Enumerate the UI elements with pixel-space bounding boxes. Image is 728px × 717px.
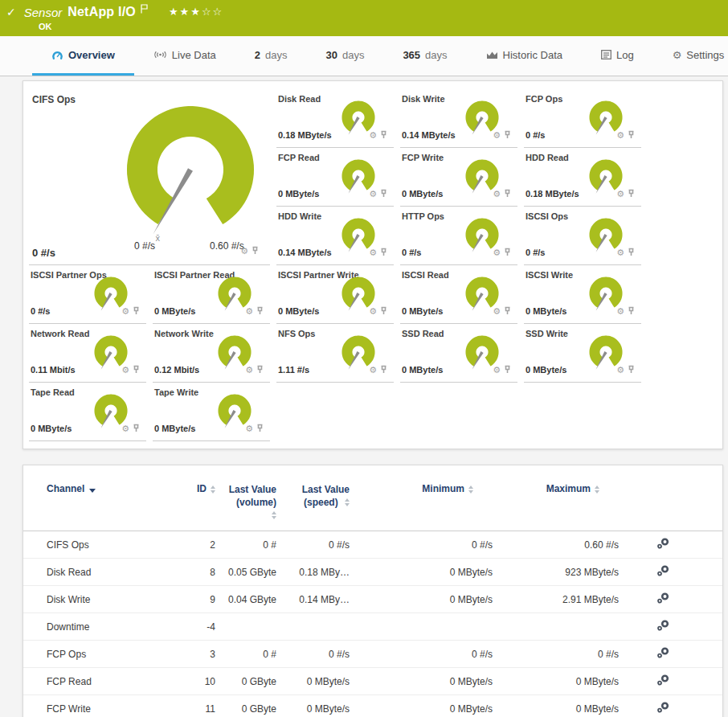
sensor-header: ✓ Sensor NetApp I/O ★★★☆☆ OK (0, 0, 728, 36)
cell-channel[interactable]: FCP Read (47, 676, 171, 687)
sort-desc-icon (89, 489, 96, 493)
gauge-cell-iscsi-partner-read: ISCSI Partner Read0 MByte/s⚙ (153, 265, 270, 324)
primary-gauge-cell: CIFS Ops x̄ 0 #/s 0.60 #/s 0 #/s ⚙ (29, 89, 270, 265)
gauge-settings-gear-icon[interactable]: ⚙ (493, 131, 501, 140)
gauge-pin-icon[interactable] (628, 304, 635, 318)
gauge-pin-icon[interactable] (504, 186, 511, 201)
gauge-pin-icon[interactable] (380, 363, 387, 377)
gauge-cell-http-ops: HTTP Ops0 #/s⚙ (400, 207, 517, 265)
tab-log[interactable]: Log (582, 36, 653, 76)
gauge-settings-gear-icon[interactable]: ⚙ (121, 366, 129, 375)
gauge-settings-gear-icon[interactable]: ⚙ (369, 307, 377, 316)
gauge-pin-icon[interactable] (504, 128, 511, 142)
edit-channel-button[interactable] (656, 619, 670, 634)
gauge-settings-gear-icon[interactable]: ⚙ (493, 248, 501, 257)
tab-2-days[interactable]: 2days (235, 36, 307, 76)
cell-maximum: 2.91 MByte/s (493, 594, 619, 605)
gauge-pin-icon[interactable] (256, 304, 264, 318)
sort-icon (468, 486, 473, 494)
column-header-minimum[interactable]: Minimum (422, 483, 493, 494)
channel-table-header: Channel ID Last Value(volume) Last Value… (23, 465, 722, 531)
gauge-pin-icon[interactable] (133, 304, 140, 318)
gauge-settings-gear-icon[interactable]: ⚙ (369, 248, 377, 257)
gauge-cell-tape-read: Tape Read0 MByte/s⚙ (29, 383, 146, 441)
column-header-last-value-speed[interactable]: Last Value(speed) (302, 483, 350, 509)
gauge-pin-icon[interactable] (504, 245, 511, 260)
gauge-settings-gear-icon[interactable]: ⚙ (121, 307, 129, 316)
column-header-maximum[interactable]: Maximum (546, 483, 619, 494)
edit-channel-button[interactable] (656, 592, 670, 607)
gauge-settings-gear-icon[interactable]: ⚙ (493, 366, 501, 375)
gauge-pin-icon[interactable] (133, 421, 140, 436)
primary-gauge: x̄ (114, 102, 267, 247)
table-row-fcp-ops: FCP Ops30 #0 #/s0 #/s0 #/s (23, 641, 722, 668)
cell-last-value-volume: 0 # (215, 649, 276, 660)
gauge-pin-icon[interactable] (504, 304, 511, 318)
gauge-settings-gear-icon[interactable]: ⚙ (616, 190, 624, 199)
cell-channel[interactable]: Downtime (47, 621, 171, 633)
gauge-cell-disk-read: Disk Read0.18 MByte/s⚙ (276, 89, 394, 148)
gauge-settings-gear-icon[interactable]: ⚙ (493, 190, 501, 199)
gauge-settings-gear-icon[interactable]: ⚙ (245, 307, 253, 316)
gauge-pin-icon[interactable] (256, 421, 264, 436)
gauge-pin-icon[interactable] (380, 304, 387, 318)
gauge-pin-icon[interactable] (628, 186, 635, 201)
gauge-pin-icon[interactable] (252, 244, 259, 258)
column-header-last-value-volume[interactable]: Last Value(volume) (229, 483, 276, 519)
gauge-pin-icon[interactable] (133, 363, 140, 377)
gauges-panel: CIFS Ops x̄ 0 #/s 0.60 #/s 0 #/s ⚙ Disk … (22, 80, 723, 449)
cell-channel[interactable]: Disk Read (47, 567, 171, 578)
edit-channel-button[interactable] (656, 701, 670, 716)
gauge-pin-icon[interactable] (504, 363, 511, 377)
edit-channel-button[interactable] (656, 674, 670, 689)
gauge-settings-gear-icon[interactable]: ⚙ (245, 366, 253, 375)
gauge-pin-icon[interactable] (380, 128, 387, 142)
tab-overview[interactable]: Overview (32, 36, 134, 76)
edit-channel-button[interactable] (656, 564, 670, 580)
gauge-pin-icon[interactable] (380, 186, 387, 201)
cell-channel[interactable]: CIFS Ops (47, 539, 171, 551)
gauge-settings-gear-icon[interactable]: ⚙ (369, 190, 377, 199)
cell-id: 8 (171, 567, 215, 578)
gauge-pin-icon[interactable] (256, 363, 264, 377)
gauge-value: 0 MByte/s (402, 189, 443, 199)
edit-channel-button[interactable] (656, 537, 670, 552)
gauge-settings-gear-icon[interactable]: ⚙ (245, 424, 253, 433)
gauge-label: HTTP Ops (402, 211, 444, 221)
column-header-channel[interactable]: Channel (47, 483, 96, 494)
gauge-label: SSD Read (402, 329, 444, 338)
gauge-settings-gear-icon[interactable]: ⚙ (240, 247, 248, 256)
cell-last-value-speed: 0.18 MBy… (276, 567, 350, 578)
gauge-pin-icon[interactable] (380, 245, 387, 260)
gauge-settings-gear-icon[interactable]: ⚙ (369, 131, 377, 140)
gauge-settings-gear-icon[interactable]: ⚙ (121, 424, 129, 433)
gauge-settings-gear-icon[interactable]: ⚙ (616, 366, 624, 375)
tab-settings[interactable]: ⚙Settings (653, 36, 728, 76)
cell-last-value-speed: 0 #/s (276, 649, 350, 660)
tab-live-data[interactable]: Live Data (134, 36, 235, 76)
gauge-value: 0.12 Mbit/s (154, 365, 199, 375)
table-row-cifs-ops: CIFS Ops20 #0 #/s0 #/s0.60 #/s (23, 531, 722, 559)
gauge-settings-gear-icon[interactable]: ⚙ (493, 307, 501, 316)
column-header-id[interactable]: ID (197, 483, 215, 494)
cell-channel[interactable]: FCP Write (47, 703, 171, 715)
tab-365-days[interactable]: 365days (383, 36, 466, 76)
cell-maximum: 923 MByte/s (493, 567, 619, 578)
cell-channel[interactable]: Disk Write (47, 594, 171, 605)
gauge-pin-icon[interactable] (628, 363, 635, 377)
tab-historic-data[interactable]: Historic Data (467, 36, 582, 76)
tab-30-days[interactable]: 30days (306, 36, 383, 76)
gauge-cell-ssd-write: SSD Write0 MByte/s⚙ (524, 324, 641, 383)
cell-channel[interactable]: FCP Ops (47, 649, 171, 660)
gauge-settings-gear-icon[interactable]: ⚙ (616, 131, 624, 140)
gauge-settings-gear-icon[interactable]: ⚙ (616, 307, 624, 316)
gauge-pin-icon[interactable] (628, 128, 635, 142)
edit-channel-button[interactable] (656, 646, 670, 662)
flag-icon[interactable] (141, 2, 148, 17)
cell-last-value-speed: 0.14 MBy… (276, 594, 350, 605)
gauge-settings-gear-icon[interactable]: ⚙ (369, 366, 377, 375)
cell-id: 2 (171, 539, 215, 551)
gauge-pin-icon[interactable] (628, 245, 635, 260)
priority-stars[interactable]: ★★★☆☆ (169, 6, 223, 18)
gauge-settings-gear-icon[interactable]: ⚙ (616, 248, 624, 257)
